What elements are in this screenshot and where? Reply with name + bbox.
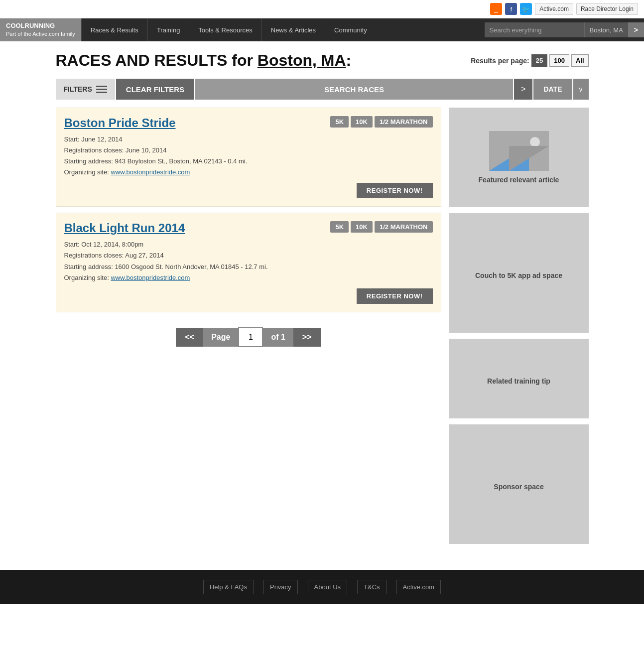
race-2-reg-closes: Registrations closes: Aug 27, 2014 (64, 250, 433, 261)
race-2-org-label: Organizing site: (64, 274, 111, 281)
race-2-org-site: Organizing site: www.bostonpridestride.c… (64, 272, 433, 283)
race-2-start: Start: Oct 12, 2014, 8:00pm (64, 239, 433, 250)
nav-tools[interactable]: Tools & Resources (189, 18, 261, 41)
sponsor-label: Sponsor space (494, 483, 543, 491)
race-card-1: Boston Pride Stride 5K 10K 1/2 MARATHON … (56, 108, 441, 207)
race-1-tag-5k: 5K (330, 116, 349, 128)
ad-panel[interactable]: Couch to 5K app ad space (449, 213, 589, 333)
brand-name: COOLRUNNING (6, 21, 75, 30)
race-2-title[interactable]: Black Light Run 2014 (64, 221, 185, 235)
race-1-reg-closes: Registrations closes: June 10, 2014 (64, 145, 433, 156)
search-input[interactable] (485, 22, 584, 37)
race-1-org-site: Organizing site: www.bostonpridestride.c… (64, 167, 433, 178)
race-card-2-header: Black Light Run 2014 5K 10K 1/2 MARATHON (64, 221, 433, 235)
title-prefix: RACES AND RESULTS for (56, 51, 258, 69)
race-2-address: Starting address: 1600 Osgood St. North … (64, 262, 433, 272)
brand-sub: Part of the Active.com family (6, 30, 75, 38)
race-1-start: Start: June 12, 2014 (64, 134, 433, 145)
facebook-icon[interactable]: f (505, 3, 517, 15)
featured-article-label: Featured relevant article (479, 176, 559, 184)
nav-community[interactable]: Community (325, 18, 376, 41)
featured-article-panel[interactable]: Featured relevant article (449, 108, 589, 207)
filters-bar: FILTERS CLEAR FILTERS SEARCH RACES > DAT… (56, 79, 589, 100)
title-suffix: : (346, 51, 352, 69)
race-1-tag-10k: 10K (351, 116, 373, 128)
nav-links: Races & Results Training Tools & Resourc… (81, 18, 485, 41)
ad-label: Couch to 5K app ad space (475, 271, 562, 279)
race-2-org-url[interactable]: www.bostonpridestride.com (111, 274, 190, 281)
filter-lines-icon (96, 86, 107, 93)
featured-article-image (489, 131, 549, 171)
filters-text: FILTERS (64, 85, 92, 93)
filter-arrow-button[interactable]: > (514, 79, 532, 100)
rss-icon[interactable]: ⎯ (490, 3, 502, 15)
brand: COOLRUNNING Part of the Active.com famil… (0, 18, 81, 41)
race-2-tag-half: 1/2 MARATHON (375, 221, 433, 233)
race-1-info: Start: June 12, 2014 Registrations close… (64, 134, 433, 178)
sun-icon (530, 137, 540, 147)
nav-races[interactable]: Races & Results (81, 18, 147, 41)
race-1-org-url[interactable]: www.bostonpridestride.com (111, 168, 190, 176)
training-label: Related training tip (487, 377, 550, 385)
filter-line-1 (96, 86, 107, 87)
race-1-register-button[interactable]: REGISTER NOW! (357, 183, 433, 198)
rpp-25-button[interactable]: 25 (531, 54, 547, 67)
active-link[interactable]: Active.com (535, 3, 573, 15)
sponsor-panel[interactable]: Sponsor space (449, 424, 589, 544)
content-layout: Boston Pride Stride 5K 10K 1/2 MARATHON … (56, 108, 589, 550)
search-races-button[interactable]: SEARCH RACES (195, 79, 513, 100)
race-2-register-button[interactable]: REGISTER NOW! (357, 288, 433, 304)
race-2-info: Start: Oct 12, 2014, 8:00pm Registration… (64, 239, 433, 283)
twitter-icon[interactable]: 🐦 (520, 3, 532, 15)
page-input[interactable] (238, 327, 263, 347)
race-card-1-header: Boston Pride Stride 5K 10K 1/2 MARATHON (64, 116, 433, 130)
results-per-page: Results per page: 25 100 All (471, 54, 588, 67)
footer-help[interactable]: Help & FAQs (203, 580, 254, 594)
race-2-footer: REGISTER NOW! (64, 288, 433, 304)
next-page-button[interactable]: >> (293, 328, 321, 347)
filters-label: FILTERS (56, 79, 115, 100)
race-director-link[interactable]: Race Director Login (576, 3, 638, 15)
race-1-title[interactable]: Boston Pride Stride (64, 116, 176, 130)
footer: Help & FAQs Privacy About Us T&Cs Active… (0, 570, 644, 604)
footer-tcs[interactable]: T&Cs (357, 580, 386, 594)
sidebar-column: Featured relevant article Couch to 5K ap… (449, 108, 589, 550)
nav-training[interactable]: Training (147, 18, 189, 41)
race-1-address: Starting address: 943 Boyloston St., Bos… (64, 156, 433, 167)
page-wrapper: RACES AND RESULTS for Boston, MA: Result… (48, 41, 596, 560)
top-bar: ⎯ f 🐦 Active.com Race Director Login (0, 0, 644, 18)
filter-line-3 (96, 92, 107, 93)
race-card-2: Black Light Run 2014 5K 10K 1/2 MARATHON… (56, 213, 441, 312)
footer-about[interactable]: About Us (308, 580, 347, 594)
pagination: << Page of 1 >> (56, 327, 441, 347)
page-header: RACES AND RESULTS for Boston, MA: Result… (56, 51, 589, 70)
rpp-all-button[interactable]: All (571, 54, 589, 67)
prev-page-button[interactable]: << (176, 328, 203, 347)
nav-location: Boston, MA (584, 22, 628, 37)
race-2-tags: 5K 10K 1/2 MARATHON (330, 221, 432, 233)
date-dropdown-button[interactable]: v (573, 79, 589, 100)
search-go-button[interactable]: > (628, 22, 644, 37)
race-1-org-label: Organizing site: (64, 168, 111, 176)
rpp-label: Results per page: (471, 57, 529, 65)
nav-search: Boston, MA > (485, 18, 644, 41)
race-2-tag-5k: 5K (330, 221, 349, 233)
nav-bar: COOLRUNNING Part of the Active.com famil… (0, 18, 644, 41)
race-1-tag-half: 1/2 MARATHON (375, 116, 433, 128)
date-filter-button[interactable]: DATE (533, 79, 572, 100)
filter-line-2 (96, 89, 107, 90)
race-1-footer: REGISTER NOW! (64, 183, 433, 198)
race-1-tags: 5K 10K 1/2 MARATHON (330, 116, 432, 128)
training-panel[interactable]: Related training tip (449, 339, 589, 418)
race-2-tag-10k: 10K (351, 221, 373, 233)
location-text: Boston, MA (258, 51, 346, 69)
rpp-100-button[interactable]: 100 (549, 54, 569, 67)
page-label: Page (203, 328, 238, 347)
main-column: Boston Pride Stride 5K 10K 1/2 MARATHON … (56, 108, 441, 550)
page-title: RACES AND RESULTS for Boston, MA: (56, 51, 352, 70)
clear-filters-button[interactable]: CLEAR FILTERS (116, 79, 194, 100)
footer-privacy[interactable]: Privacy (263, 580, 298, 594)
nav-news[interactable]: News & Articles (261, 18, 325, 41)
footer-active[interactable]: Active.com (396, 580, 441, 594)
page-of: of 1 (263, 328, 293, 347)
